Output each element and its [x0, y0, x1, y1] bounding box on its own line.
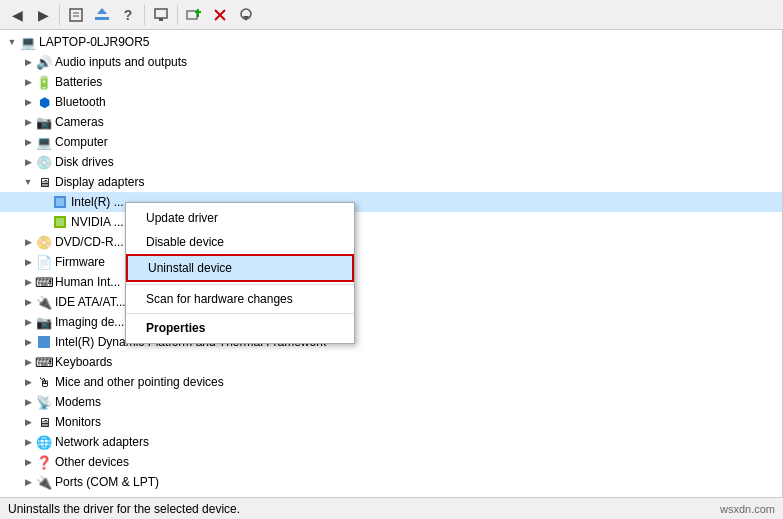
root-item[interactable]: 💻 LAPTOP-0LJR9OR5 [0, 32, 782, 52]
dvdcd-expand[interactable] [20, 234, 36, 250]
back-button[interactable]: ◀ [5, 4, 29, 26]
displayadapters-expand[interactable] [20, 174, 36, 190]
audio-label: Audio inputs and outputs [55, 55, 187, 69]
otherdevices-expand[interactable] [20, 454, 36, 470]
audio-icon: 🔊 [36, 54, 52, 70]
imaging-item[interactable]: 📷 Imaging de... [0, 312, 782, 332]
dvdcd-label: DVD/CD-R... [55, 235, 124, 249]
humanint-label: Human Int... [55, 275, 120, 289]
audio-expand[interactable] [20, 54, 36, 70]
dvdcd-item[interactable]: 📀 DVD/CD-R... [0, 232, 782, 252]
scan-button[interactable] [234, 4, 258, 26]
network-item[interactable]: 🌐 Network adapters [0, 432, 782, 452]
monitor-button[interactable] [149, 4, 173, 26]
update-driver-toolbar-btn[interactable] [90, 4, 114, 26]
mice-item[interactable]: 🖱 Mice and other pointing devices [0, 372, 782, 392]
intel-label: Intel(R) ... [71, 195, 124, 209]
mice-expand[interactable] [20, 374, 36, 390]
root-icon: 💻 [20, 34, 36, 50]
computer-expand[interactable] [20, 134, 36, 150]
ports-label: Ports (COM & LPT) [55, 475, 159, 489]
mice-label: Mice and other pointing devices [55, 375, 224, 389]
svg-rect-15 [56, 198, 64, 206]
device-tree[interactable]: 💻 LAPTOP-0LJR9OR5 🔊 Audio inputs and out… [0, 30, 783, 497]
monitors-expand[interactable] [20, 414, 36, 430]
modems-item[interactable]: 📡 Modems [0, 392, 782, 412]
nvidia-expand [36, 214, 52, 230]
network-icon: 🌐 [36, 434, 52, 450]
statusbar-brand: wsxdn.com [720, 503, 775, 515]
ctx-update-driver[interactable]: Update driver [126, 206, 354, 230]
ctx-separator-1 [126, 284, 354, 285]
firmware-expand[interactable] [20, 254, 36, 270]
diskdrives-item[interactable]: 💿 Disk drives [0, 152, 782, 172]
help-button[interactable]: ? [116, 4, 140, 26]
ctx-scan-hardware[interactable]: Scan for hardware changes [126, 287, 354, 311]
inteldynamic-expand[interactable] [20, 334, 36, 350]
otherdevices-item[interactable]: ❓ Other devices [0, 452, 782, 472]
bluetooth-item[interactable]: ⬢ Bluetooth [0, 92, 782, 112]
firmware-item[interactable]: 📄 Firmware [0, 252, 782, 272]
otherdevices-icon: ❓ [36, 454, 52, 470]
monitors-item[interactable]: 🖥 Monitors [0, 412, 782, 432]
root-label: LAPTOP-0LJR9OR5 [39, 35, 150, 49]
printqueues-icon: 🖨 [36, 494, 52, 497]
nvidia-icon [52, 214, 68, 230]
batteries-item[interactable]: 🔋 Batteries [0, 72, 782, 92]
ports-expand[interactable] [20, 474, 36, 490]
bluetooth-expand[interactable] [20, 94, 36, 110]
computer-item[interactable]: 💻 Computer [0, 132, 782, 152]
network-expand[interactable] [20, 434, 36, 450]
displayadapters-icon: 🖥 [36, 174, 52, 190]
inteldynamic-icon [36, 334, 52, 350]
svg-rect-5 [155, 9, 167, 18]
nvidia-item[interactable]: NVIDIA ... [0, 212, 782, 232]
ideata-item[interactable]: 🔌 IDE ATA/AT... [0, 292, 782, 312]
ideata-expand[interactable] [20, 294, 36, 310]
bluetooth-icon: ⬢ [36, 94, 52, 110]
cameras-icon: 📷 [36, 114, 52, 130]
intel-item[interactable]: Intel(R) ... [0, 192, 782, 212]
toolbar-separator-2 [144, 5, 145, 25]
printqueues-expand[interactable] [20, 494, 36, 497]
batteries-expand[interactable] [20, 74, 36, 90]
cameras-item[interactable]: 📷 Cameras [0, 112, 782, 132]
printqueues-item[interactable]: 🖨 Print queues [0, 492, 782, 497]
nvidia-label: NVIDIA ... [71, 215, 124, 229]
ideata-icon: 🔌 [36, 294, 52, 310]
inteldynamic-item[interactable]: Intel(R) Dynamic Platform and Thermal Fr… [0, 332, 782, 352]
ideata-label: IDE ATA/AT... [55, 295, 126, 309]
audio-item[interactable]: 🔊 Audio inputs and outputs [0, 52, 782, 72]
modems-label: Modems [55, 395, 101, 409]
cameras-expand[interactable] [20, 114, 36, 130]
ctx-uninstall-device[interactable]: Uninstall device [126, 254, 354, 282]
ctx-properties[interactable]: Properties [126, 316, 354, 340]
svg-marker-4 [97, 8, 107, 14]
bluetooth-label: Bluetooth [55, 95, 106, 109]
properties-button[interactable] [64, 4, 88, 26]
toolbar-separator-3 [177, 5, 178, 25]
modems-expand[interactable] [20, 394, 36, 410]
humanint-item[interactable]: ⌨ Human Int... [0, 272, 782, 292]
svg-rect-17 [56, 218, 64, 226]
forward-button[interactable]: ▶ [31, 4, 55, 26]
diskdrives-expand[interactable] [20, 154, 36, 170]
ctx-disable-device[interactable]: Disable device [126, 230, 354, 254]
imaging-expand[interactable] [20, 314, 36, 330]
add-hardware-button[interactable] [182, 4, 206, 26]
keyboards-label: Keyboards [55, 355, 112, 369]
displayadapters-item[interactable]: 🖥 Display adapters [0, 172, 782, 192]
otherdevices-label: Other devices [55, 455, 129, 469]
diskdrives-label: Disk drives [55, 155, 114, 169]
svg-rect-18 [38, 336, 50, 348]
statusbar: Uninstalls the driver for the selected d… [0, 497, 783, 519]
batteries-label: Batteries [55, 75, 102, 89]
toolbar-separator-1 [59, 5, 60, 25]
root-expand-arrow[interactable] [4, 34, 20, 50]
imaging-label: Imaging de... [55, 315, 124, 329]
ports-item[interactable]: 🔌 Ports (COM & LPT) [0, 472, 782, 492]
keyboards-item[interactable]: ⌨ Keyboards [0, 352, 782, 372]
imaging-icon: 📷 [36, 314, 52, 330]
svg-rect-3 [95, 17, 109, 20]
uninstall-button[interactable] [208, 4, 232, 26]
